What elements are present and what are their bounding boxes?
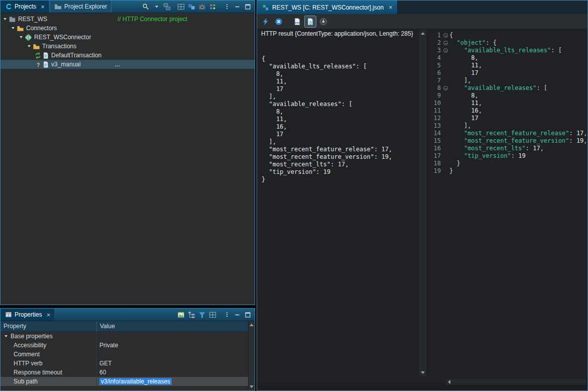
transaction-icon <box>42 52 49 59</box>
fold-collapse-icon[interactable] <box>442 39 449 47</box>
property-row-comment[interactable]: Comment <box>1 350 248 359</box>
expand-chevron-icon[interactable] <box>3 17 8 22</box>
svg-text:xml: xml <box>295 21 300 24</box>
tab-properties-label: Properties <box>15 311 42 318</box>
property-value[interactable]: v3/info/available_releases <box>97 377 248 386</box>
tab-projects[interactable]: Projects <box>1 1 49 13</box>
code-line: 3 "available_lts_releases": [ <box>428 47 587 54</box>
scroll-up-icon[interactable] <box>250 324 254 326</box>
tree-item-rest_ws[interactable]: REST_WS// HTTP Connector project <box>1 15 255 24</box>
collapse-all-icon[interactable] <box>162 2 172 12</box>
xml-view-icon[interactable]: xml <box>292 16 303 27</box>
http-result-text[interactable]: { "available_lts_releases": [ 8, 11, 17 … <box>258 39 418 384</box>
fold-collapse-icon[interactable] <box>442 32 449 39</box>
maximize-icon[interactable] <box>243 310 253 320</box>
close-icon[interactable] <box>389 4 393 11</box>
line-number: 6 <box>428 69 442 77</box>
code-line: 8 "available_releases": [ <box>428 84 587 92</box>
property-name: HTTP verb <box>1 359 97 368</box>
code-line: 6 17 <box>428 69 587 77</box>
scroll-left-icon[interactable] <box>448 380 450 384</box>
link-with-editor-icon[interactable] <box>141 2 151 12</box>
close-icon[interactable] <box>47 312 51 318</box>
expand-chevron-icon[interactable] <box>19 35 24 40</box>
line-number: 12 <box>428 115 442 122</box>
column-header-value[interactable]: Value <box>97 323 248 330</box>
column-header-property[interactable]: Property <box>1 321 97 331</box>
tree-item-rest_wsconnector[interactable]: REST_WSConnector <box>1 33 255 42</box>
expand-chevron-icon[interactable] <box>4 334 9 339</box>
download-icon[interactable] <box>318 16 329 27</box>
code-line: 16 "most_recent_lts": 17, <box>428 145 587 152</box>
image-icon[interactable] <box>176 310 186 320</box>
property-row-accessibility[interactable]: AccessibilityPrivate <box>1 341 248 350</box>
json-view-icon[interactable]: {} <box>305 16 316 27</box>
http-result-header: HTTP result {ContentType: application/js… <box>258 30 418 38</box>
grid-icon[interactable] <box>207 310 218 320</box>
editor-vertical-scrollbar[interactable] <box>418 30 427 376</box>
tree-item-v3_manual[interactable]: ?v3_manual... <box>1 60 255 69</box>
maximize-icon[interactable] <box>243 2 253 12</box>
fold-collapse-icon[interactable] <box>442 47 449 54</box>
tab-project-explorer[interactable]: Project Explorer <box>50 1 111 13</box>
scroll-down-icon[interactable] <box>250 385 254 388</box>
grid-icon[interactable] <box>176 2 186 12</box>
tree-item-defaulttransaction[interactable]: DefaultTransaction <box>1 51 255 60</box>
tree-item-label: v3_manual <box>51 61 81 68</box>
line-number: 4 <box>428 54 442 62</box>
property-value: GET <box>97 359 248 368</box>
line-number: 8 <box>428 84 442 92</box>
json-source-editor[interactable]: 1{2 "object": {3 "available_lts_releases… <box>428 30 587 375</box>
tab-editor[interactable]: REST_WS [C: REST_WSConnector].json <box>257 1 398 14</box>
connector-icon <box>25 34 32 41</box>
code-line: 5 11, <box>428 62 587 69</box>
tab-properties[interactable]: Properties <box>1 309 54 321</box>
property-row-response-timeout[interactable]: Response timeout60 <box>1 368 248 377</box>
close-icon[interactable] <box>41 4 45 10</box>
properties-table[interactable]: Base propertiesAccessibilityPrivateComme… <box>1 332 248 390</box>
property-value-selected-text[interactable]: v3/info/available_releases <box>99 378 172 385</box>
fold-spacer <box>442 62 449 69</box>
overflow-menu-icon[interactable] <box>221 2 232 12</box>
filter-icon[interactable] <box>197 310 207 320</box>
palette-icon[interactable] <box>207 2 218 12</box>
line-number: 13 <box>428 122 442 130</box>
editor-tabbar: REST_WS [C: REST_WSConnector].json <box>257 1 587 14</box>
overflow-menu-icon[interactable] <box>221 310 232 320</box>
sync-icon[interactable] <box>186 2 197 12</box>
property-name: Comment <box>1 350 97 359</box>
scroll-up-icon[interactable] <box>421 32 425 35</box>
code-text: } <box>449 167 453 175</box>
execute-icon[interactable] <box>260 16 271 27</box>
fold-spacer <box>442 130 449 137</box>
tree-mode-icon[interactable] <box>186 310 197 320</box>
expand-chevron-icon[interactable] <box>27 44 32 49</box>
refresh-badge-icon <box>35 52 41 59</box>
properties-toolbar <box>176 309 255 321</box>
minimize-icon[interactable] <box>232 2 243 12</box>
code-text: { <box>449 32 453 39</box>
scroll-down-icon[interactable] <box>421 371 425 374</box>
property-row-sub-path[interactable]: Sub pathv3/info/available_releases <box>1 377 248 386</box>
code-text: ], <box>449 122 471 130</box>
properties-scrollbar[interactable] <box>248 321 255 390</box>
expand-chevron-icon[interactable] <box>11 26 16 31</box>
code-line: 7 ], <box>428 77 587 84</box>
minimize-icon[interactable] <box>232 310 243 320</box>
stop-icon[interactable] <box>273 16 284 27</box>
property-row-base-properties[interactable]: Base properties <box>1 332 248 341</box>
code-text: 11, <box>449 100 482 107</box>
fold-collapse-icon[interactable] <box>442 84 449 92</box>
property-row-http-verb[interactable]: HTTP verbGET <box>1 359 248 368</box>
screenshot-icon[interactable] <box>197 2 207 12</box>
tree-item-transactions[interactable]: Transactions <box>1 42 255 51</box>
code-line: 10 11, <box>428 100 587 107</box>
editor-horizontal-scrollbar[interactable] <box>445 378 587 385</box>
fold-spacer <box>442 69 449 77</box>
view-menu-icon[interactable] <box>151 2 162 12</box>
folder-icon <box>33 43 40 50</box>
project-tree[interactable]: REST_WS// HTTP Connector projectConnecto… <box>1 13 255 305</box>
tree-item-connectors[interactable]: Connectors <box>1 24 255 33</box>
fold-spacer <box>442 137 449 145</box>
code-text: "most_recent_feature_release": 17, <box>449 130 587 137</box>
